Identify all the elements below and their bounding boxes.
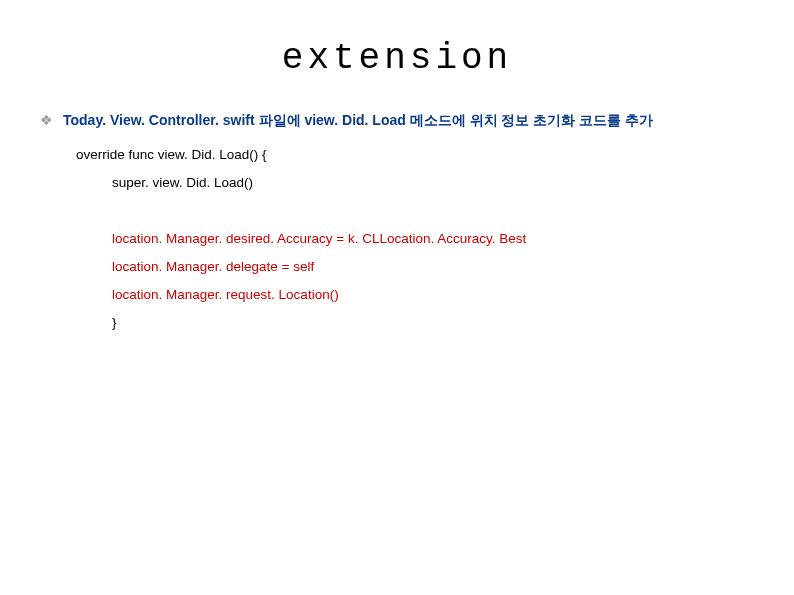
code-line-accuracy: location. Manager. desired. Accuracy = k… <box>76 225 794 253</box>
code-line-super: super. view. Did. Load() <box>76 169 794 197</box>
blank-line <box>76 197 794 225</box>
bullet-heading-text: Today. View. Controller. swift 파일에 view.… <box>63 109 653 131</box>
content-area: ❖ Today. View. Controller. swift 파일에 vie… <box>0 99 794 337</box>
code-block: override func view. Did. Load() { super.… <box>76 141 794 337</box>
diamond-bullet-icon: ❖ <box>40 109 53 131</box>
code-line-close-brace: } <box>76 309 794 337</box>
code-line-delegate: location. Manager. delegate = self <box>76 253 794 281</box>
bullet-row: ❖ Today. View. Controller. swift 파일에 vie… <box>40 109 794 131</box>
slide-title: extension <box>0 0 794 99</box>
code-line-override: override func view. Did. Load() { <box>76 141 794 169</box>
code-line-request: location. Manager. request. Location() <box>76 281 794 309</box>
